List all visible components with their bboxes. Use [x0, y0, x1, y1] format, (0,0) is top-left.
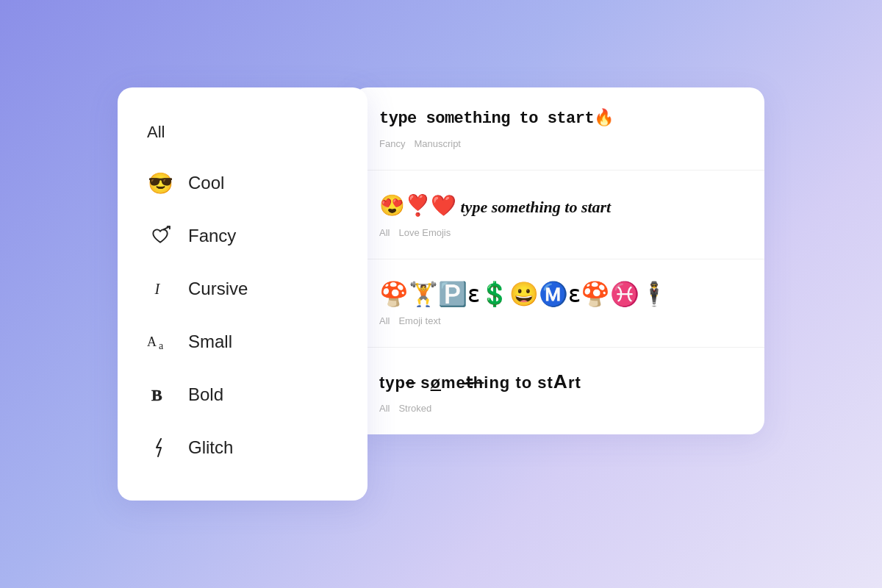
menu-item-bold[interactable]: B Bold [147, 368, 338, 421]
main-container: All 😎 Cool Fancy I [118, 87, 764, 501]
result-item-3[interactable]: 🍄🏋️🅿️ɛ💲😀Ⓜ️ɛ🍄♓🕴️ All Emoji text [353, 259, 764, 348]
all-menu-item[interactable]: All [147, 114, 338, 157]
svg-text:I: I [154, 281, 161, 297]
menu-item-cursive[interactable]: I Cursive [147, 262, 338, 315]
glitch-icon [147, 434, 173, 461]
tag-fancy: Fancy [379, 138, 405, 149]
cursive-label: Cursive [188, 279, 248, 299]
right-panel: type something to start🔥 Fancy Manuscrip… [353, 87, 764, 434]
result-item-4[interactable]: type sømet̶hing to stArt All Stroked [353, 348, 764, 434]
result-text-1: type something to start🔥 [379, 108, 738, 131]
result-text-3: 🍄🏋️🅿️ɛ💲😀Ⓜ️ɛ🍄♓🕴️ [379, 280, 738, 308]
result-tags-1: Fancy Manuscript [379, 138, 738, 149]
svg-text:A: A [147, 334, 157, 349]
svg-text:a: a [159, 340, 164, 351]
tag-stroked: Stroked [398, 403, 431, 414]
tag-all-4: All [379, 403, 390, 414]
small-icon: A a [147, 329, 173, 355]
menu-item-glitch[interactable]: Glitch [147, 421, 338, 474]
result-item-1[interactable]: type something to start🔥 Fancy Manuscrip… [353, 87, 764, 171]
fancy-icon [147, 223, 173, 249]
result-text-2: 😍❣️❤️ type something to start [379, 191, 738, 220]
tag-manuscript: Manuscript [414, 138, 461, 149]
cool-label: Cool [188, 173, 224, 193]
menu-item-small[interactable]: A a Small [147, 315, 338, 368]
tag-emoji-text: Emoji text [398, 315, 440, 326]
menu-item-fancy[interactable]: Fancy [147, 209, 338, 262]
bold-label: Bold [188, 384, 223, 405]
left-panel: All 😎 Cool Fancy I [118, 87, 368, 501]
result-text-4: type sømet̶hing to stArt [379, 368, 738, 395]
menu-item-cool[interactable]: 😎 Cool [147, 157, 338, 209]
tag-love-emojis: Love Emojis [398, 227, 451, 238]
result-tags-4: All Stroked [379, 403, 738, 414]
love-emojis: 😍❣️❤️ [379, 194, 456, 217]
fancy-label: Fancy [188, 226, 236, 246]
cursive-icon: I [147, 276, 173, 302]
glitch-label: Glitch [188, 437, 233, 458]
small-label: Small [188, 331, 232, 352]
result-tags-3: All Emoji text [379, 315, 738, 326]
result-item-2[interactable]: 😍❣️❤️ type something to start All Love E… [353, 171, 764, 259]
svg-text:B: B [151, 386, 162, 404]
cool-icon: 😎 [147, 170, 173, 196]
result-tags-2: All Love Emojis [379, 227, 738, 238]
tag-all-2: All [379, 227, 390, 238]
tag-all-3: All [379, 315, 390, 326]
bold-icon: B [147, 381, 173, 408]
